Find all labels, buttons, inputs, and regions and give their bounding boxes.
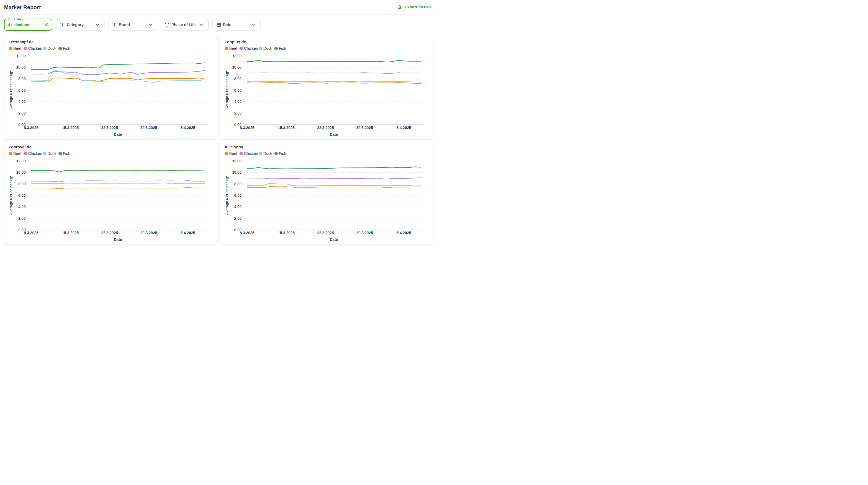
svg-text:29.3.2025: 29.3.2025	[140, 231, 157, 235]
svg-text:29.3.2025: 29.3.2025	[356, 231, 373, 235]
svg-text:29.3.2025: 29.3.2025	[356, 125, 373, 130]
svg-text:12,00: 12,00	[16, 159, 26, 163]
svg-text:Brand: Brand	[119, 23, 130, 27]
svg-text:Phase of Life: Phase of Life	[172, 23, 195, 27]
svg-text:2,00: 2,00	[234, 111, 242, 115]
svg-text:10,00: 10,00	[232, 65, 242, 69]
svg-text:12,00: 12,00	[232, 159, 242, 163]
svg-text:Fish: Fish	[279, 151, 286, 156]
svg-text:Date: Date	[114, 237, 122, 242]
svg-text:8.3.2025: 8.3.2025	[240, 231, 255, 235]
svg-text:15.3.2025: 15.3.2025	[278, 231, 294, 235]
svg-text:All Shops: All Shops	[224, 145, 243, 149]
svg-text:Beef: Beef	[229, 151, 238, 156]
svg-text:Chicken: Chicken	[244, 151, 258, 156]
svg-text:4 selections: 4 selections	[8, 23, 30, 27]
svg-text:6,00: 6,00	[18, 193, 26, 198]
svg-text:8,00: 8,00	[234, 77, 242, 81]
svg-text:Average € Price per kg*: Average € Price per kg*	[9, 176, 13, 215]
svg-text:Fish: Fish	[279, 46, 286, 51]
svg-text:5.4.2025: 5.4.2025	[396, 125, 411, 130]
svg-text:22.3.2025: 22.3.2025	[317, 125, 334, 130]
svg-text:8.3.2025: 8.3.2025	[24, 125, 39, 130]
svg-text:8.3.2025: 8.3.2025	[24, 231, 39, 235]
svg-text:Date: Date	[330, 132, 338, 137]
svg-text:8,00: 8,00	[18, 77, 26, 81]
svg-text:Fish: Fish	[63, 151, 70, 156]
svg-text:15.3.2025: 15.3.2025	[62, 125, 79, 130]
svg-text:6,00: 6,00	[18, 88, 26, 92]
svg-text:Duck: Duck	[264, 46, 273, 51]
svg-text:Average € Price per kg*: Average € Price per kg*	[225, 176, 229, 215]
svg-text:22.3.2025: 22.3.2025	[317, 231, 334, 235]
svg-text:22.3.2025: 22.3.2025	[101, 231, 118, 235]
svg-text:8.3.2025: 8.3.2025	[240, 125, 255, 130]
svg-text:5.4.2025: 5.4.2025	[396, 231, 411, 235]
svg-text:2,00: 2,00	[18, 216, 26, 221]
svg-text:Average € Price per kg*: Average € Price per kg*	[225, 70, 229, 110]
svg-text:15.3.2025: 15.3.2025	[62, 231, 79, 235]
svg-text:5.4.2025: 5.4.2025	[181, 231, 195, 235]
svg-text:Date: Date	[114, 132, 122, 137]
svg-text:Duck: Duck	[48, 46, 57, 51]
svg-text:Flavours: Flavours	[8, 18, 24, 21]
svg-text:Beef: Beef	[13, 46, 22, 51]
svg-text:6,00: 6,00	[234, 193, 242, 198]
svg-text:2,00: 2,00	[234, 216, 242, 221]
svg-text:10,00: 10,00	[16, 170, 26, 174]
svg-text:4,00: 4,00	[18, 99, 26, 104]
svg-text:2,00: 2,00	[18, 111, 26, 115]
svg-text:8,00: 8,00	[18, 182, 26, 186]
svg-text:8,00: 8,00	[234, 182, 242, 186]
svg-text:6,00: 6,00	[234, 88, 242, 92]
svg-text:4,00: 4,00	[18, 205, 26, 209]
svg-text:12,00: 12,00	[232, 54, 242, 58]
svg-text:Fish: Fish	[63, 46, 70, 51]
svg-text:Fressnapf.de: Fressnapf.de	[9, 39, 34, 44]
svg-text:5.4.2025: 5.4.2025	[181, 125, 195, 130]
svg-text:15.3.2025: 15.3.2025	[278, 125, 294, 130]
svg-text:Category: Category	[67, 23, 84, 27]
svg-text:Date: Date	[330, 237, 338, 242]
svg-text:29.3.2025: 29.3.2025	[140, 125, 157, 130]
svg-text:4,00: 4,00	[234, 99, 242, 104]
svg-text:10,00: 10,00	[16, 65, 26, 69]
svg-text:Duck: Duck	[264, 151, 273, 156]
svg-text:Zooplus.de: Zooplus.de	[224, 39, 246, 44]
svg-text:Beef: Beef	[229, 46, 238, 51]
svg-text:10,00: 10,00	[232, 170, 242, 174]
svg-text:4,00: 4,00	[234, 205, 242, 209]
svg-text:Date: Date	[223, 23, 231, 27]
svg-text:Chicken: Chicken	[28, 151, 42, 156]
svg-text:Average € Price per kg*: Average € Price per kg*	[9, 70, 13, 110]
svg-text:Beef: Beef	[13, 151, 22, 156]
svg-text:Chicken: Chicken	[244, 46, 258, 51]
svg-text:12,00: 12,00	[16, 54, 26, 58]
svg-text:Zooroyal.de: Zooroyal.de	[9, 145, 31, 149]
svg-text:Chicken: Chicken	[28, 46, 42, 51]
svg-text:22.3.2025: 22.3.2025	[101, 125, 118, 130]
svg-text:Duck: Duck	[48, 151, 57, 156]
